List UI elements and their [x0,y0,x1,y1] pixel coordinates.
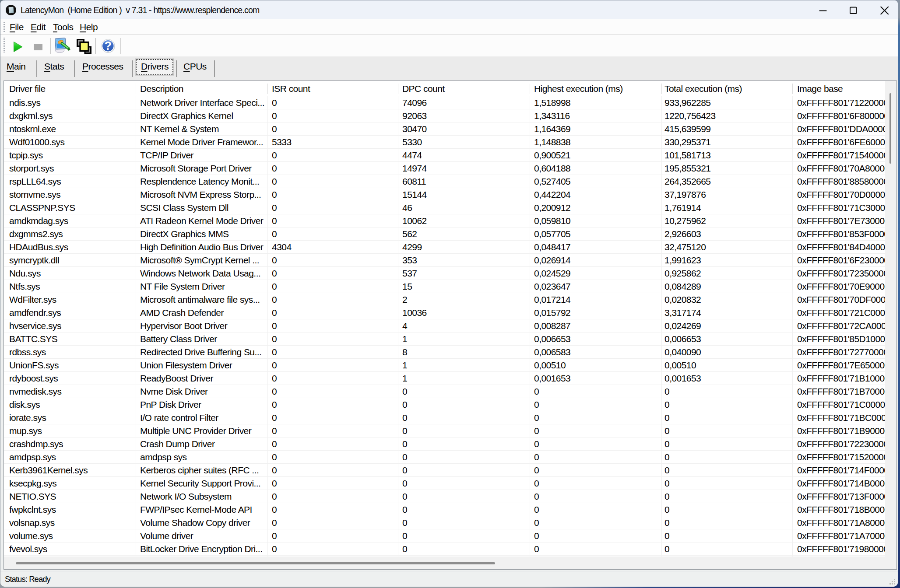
svg-text:?: ? [105,39,112,52]
